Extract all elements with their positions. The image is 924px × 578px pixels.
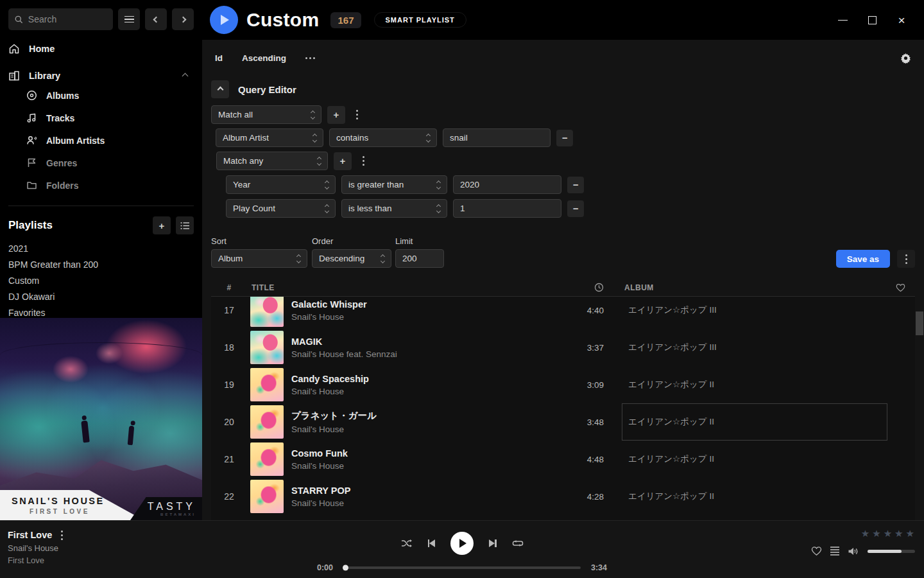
star-icon[interactable]: ★ [872, 529, 880, 538]
favorite-button[interactable] [811, 546, 822, 556]
settings-button[interactable] [900, 53, 911, 64]
track-album[interactable]: エイリアン☆ポップ II [624, 416, 886, 428]
sidebar-item-library[interactable]: Library [8, 67, 194, 84]
table-row[interactable]: 22 STARRY POPSnail's House 4:28 エイリアン☆ポッ… [211, 478, 915, 515]
table-header[interactable]: # TITLE ALBUM [211, 279, 915, 297]
playlist-item[interactable]: BPM Greater than 200 [8, 256, 194, 272]
track-album[interactable]: エイリアン☆ポップ II [624, 453, 886, 465]
volume-slider[interactable] [868, 550, 915, 553]
sort-select[interactable]: Album [211, 249, 307, 268]
track-album[interactable]: エイリアン☆ポップ III [624, 304, 886, 316]
remove-rule-button[interactable]: − [567, 177, 584, 193]
remove-rule-button[interactable]: − [567, 200, 584, 217]
repeat-button[interactable] [512, 539, 524, 548]
rule-value-input[interactable] [443, 128, 551, 147]
track-album-art[interactable] [250, 331, 284, 364]
playlist-item[interactable]: DJ Okawari [8, 288, 194, 304]
table-row[interactable]: 19 Candy SpaceshipSnail's House 3:09 エイリ… [211, 366, 915, 403]
volume-button[interactable] [848, 547, 859, 556]
track-title[interactable]: Cosmo Funk [291, 448, 567, 459]
queue-button[interactable] [830, 547, 839, 556]
search-box[interactable] [8, 8, 113, 30]
rule-operator-select[interactable]: is greater than [341, 175, 447, 194]
sidebar-item-home[interactable]: Home [8, 40, 194, 57]
table-row[interactable]: 20 プラネット・ガールSnail's House 3:48 エイリアン☆ポップ… [211, 403, 915, 441]
star-icon[interactable]: ★ [884, 529, 892, 538]
window-close-button[interactable]: × [887, 5, 916, 35]
previous-button[interactable] [428, 539, 436, 547]
track-album-art[interactable] [250, 480, 284, 513]
menu-button[interactable] [118, 8, 140, 30]
group-options-button[interactable] [363, 156, 364, 166]
sidebar-item-tracks[interactable]: Tracks [26, 107, 194, 129]
track-title[interactable]: プラネット・ガール [291, 410, 567, 422]
column-duration[interactable] [567, 283, 608, 292]
search-input[interactable] [28, 14, 107, 24]
table-row[interactable]: 18 MAGIKSnail's House feat. Sennzai 3:37… [211, 329, 915, 366]
track-title[interactable]: STARRY POP [291, 486, 567, 496]
playlist-item[interactable]: Custom [8, 272, 194, 288]
play-pause-button[interactable] [450, 532, 474, 555]
track-title[interactable]: MAGIK [291, 337, 567, 347]
rule-value-input[interactable] [453, 175, 561, 194]
match-type-select[interactable]: Match any [216, 152, 328, 170]
now-playing-album-art[interactable]: SNAIL'S HOUSE FIRST LOVE TASTY BETAMAXI [0, 318, 202, 520]
table-row[interactable]: 21 Cosmo FunkSnail's House 4:48 エイリアン☆ポッ… [211, 441, 915, 478]
rule-operator-select[interactable]: is less than [341, 199, 447, 218]
track-title[interactable]: Galactic Whisper [291, 299, 567, 310]
order-select[interactable]: Descending [312, 249, 391, 268]
rule-value-input[interactable] [453, 199, 561, 218]
add-playlist-button[interactable]: + [153, 216, 171, 234]
track-artist[interactable]: Snail's House [291, 312, 567, 322]
remove-rule-button[interactable]: − [556, 130, 573, 146]
now-playing-artist[interactable]: Snail's House [8, 543, 257, 553]
track-artist[interactable]: Snail's House [291, 498, 567, 508]
next-button[interactable] [489, 539, 497, 547]
back-button[interactable] [145, 8, 167, 30]
sort-direction-button[interactable]: Ascending [242, 53, 286, 63]
seek-thumb[interactable] [343, 565, 348, 571]
add-rule-button[interactable]: + [334, 152, 352, 170]
column-album[interactable]: ALBUM [624, 283, 886, 292]
star-icon[interactable]: ★ [894, 529, 903, 538]
track-album-art[interactable] [250, 405, 284, 439]
add-rule-button[interactable]: + [327, 106, 345, 124]
column-title[interactable]: TITLE [252, 283, 275, 292]
star-icon[interactable]: ★ [906, 529, 914, 538]
now-playing-options-button[interactable] [61, 530, 63, 540]
window-maximize-button[interactable] [857, 5, 887, 35]
sort-field-button[interactable]: Id [215, 53, 223, 63]
sidebar-item-album-artists[interactable]: Album Artists [26, 129, 194, 152]
track-artist[interactable]: Snail's House [291, 425, 567, 434]
scrollbar-thumb[interactable] [916, 311, 923, 335]
rule-operator-select[interactable]: contains [329, 128, 437, 147]
rule-field-select[interactable]: Album Artist [216, 128, 323, 147]
rule-field-select[interactable]: Year [226, 175, 336, 194]
track-album-art[interactable] [250, 368, 284, 401]
column-number[interactable]: # [211, 283, 247, 292]
match-type-select[interactable]: Match all [211, 105, 321, 124]
shuffle-button[interactable] [401, 539, 413, 548]
sidebar-item-folders[interactable]: Folders [26, 174, 194, 197]
forward-button[interactable] [172, 8, 194, 30]
track-album-art[interactable] [250, 297, 284, 327]
track-album[interactable]: エイリアン☆ポップ III [624, 342, 886, 353]
chevron-up-icon[interactable] [182, 73, 189, 79]
more-options-button[interactable] [305, 57, 315, 59]
limit-input[interactable] [395, 249, 444, 268]
save-as-button[interactable]: Save as [836, 250, 890, 268]
sidebar-item-albums[interactable]: Albums [26, 84, 194, 107]
track-album[interactable]: エイリアン☆ポップ II [624, 379, 886, 390]
track-artist[interactable]: Snail's House feat. Sennzai [291, 349, 567, 359]
track-title[interactable]: Candy Spaceship [291, 374, 567, 384]
group-options-button[interactable] [356, 110, 358, 119]
now-playing-title[interactable]: First Love [8, 530, 52, 540]
playlist-list-button[interactable] [176, 216, 194, 234]
window-minimize-button[interactable] [828, 5, 857, 35]
collapse-query-editor-button[interactable] [211, 80, 229, 98]
track-album-art[interactable] [250, 442, 284, 476]
rule-field-select[interactable]: Play Count [226, 199, 336, 218]
rating-stars[interactable]: ★ ★ ★ ★ ★ [861, 529, 914, 538]
column-favorite[interactable] [886, 283, 915, 292]
seek-slider[interactable] [343, 566, 581, 569]
